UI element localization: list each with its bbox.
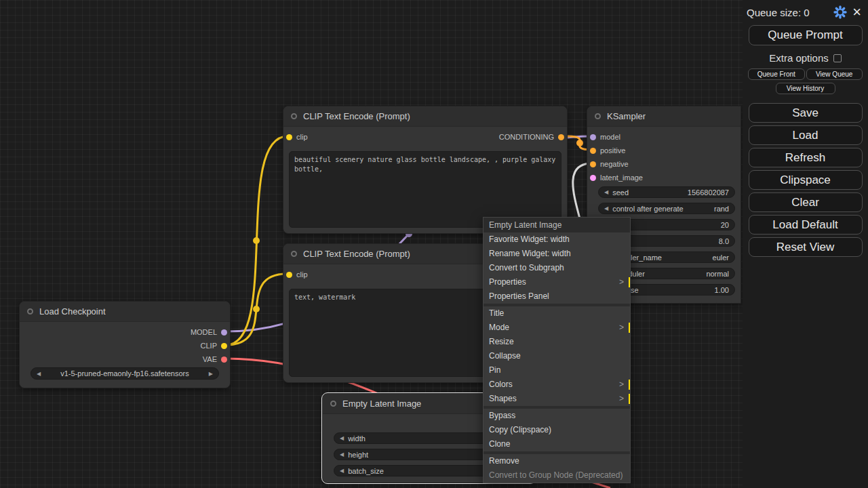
menu-item-label: Colors bbox=[489, 380, 513, 389]
model-port-icon[interactable] bbox=[221, 329, 227, 336]
menu-item-rename-widget[interactable]: Rename Widget: width bbox=[484, 247, 630, 261]
input-port-negative[interactable]: negative bbox=[590, 159, 629, 169]
node-title: CLIP Text Encode (Prompt) bbox=[303, 249, 410, 259]
output-port-model[interactable]: MODEL bbox=[191, 327, 227, 338]
clipspace-button[interactable]: Clipspace bbox=[749, 170, 863, 190]
queue-menu-panel: Queue size: 0 × Queue Prompt Extra optio… bbox=[743, 0, 868, 488]
submenu-tick bbox=[629, 380, 630, 390]
menu-item-remove[interactable]: Remove bbox=[484, 454, 630, 468]
submenu-arrow-icon: > bbox=[619, 321, 624, 335]
decrement-arrow-icon[interactable]: ◀ bbox=[340, 468, 344, 474]
submenu-tick bbox=[629, 323, 630, 333]
menu-item-shapes[interactable]: Shapes> bbox=[484, 392, 630, 406]
node-load-checkpoint[interactable]: Load Checkpoint MODEL CLIP VAE ◀ v1-5-pr… bbox=[19, 301, 231, 388]
queue-front-button[interactable]: Queue Front bbox=[748, 68, 805, 80]
refresh-button[interactable]: Refresh bbox=[749, 148, 863, 167]
menu-item-label: Collapse bbox=[489, 351, 521, 361]
model-port-icon[interactable] bbox=[590, 134, 596, 140]
menu-item-colors[interactable]: Colors> bbox=[484, 378, 630, 392]
load-default-button[interactable]: Load Default bbox=[749, 215, 863, 235]
link-dot bbox=[253, 306, 260, 312]
output-port-clip[interactable]: CLIP bbox=[201, 340, 227, 351]
menu-item-label: Mode bbox=[489, 323, 509, 332]
collapse-dot-icon[interactable] bbox=[330, 401, 336, 407]
port-label: latent_image bbox=[600, 174, 643, 182]
menu-item-title[interactable]: Title bbox=[484, 306, 630, 321]
menu-item-favorite-widget[interactable]: Favorite Widget: width bbox=[484, 232, 630, 247]
decrement-arrow-icon[interactable]: ◀ bbox=[340, 435, 344, 441]
clip-port-icon[interactable] bbox=[221, 343, 227, 349]
submenu-tick bbox=[629, 394, 630, 404]
load-button[interactable]: Load bbox=[749, 125, 863, 145]
conditioning-port-icon[interactable] bbox=[558, 134, 564, 140]
save-button[interactable]: Save bbox=[749, 103, 863, 123]
clip-port-icon[interactable] bbox=[286, 134, 292, 140]
input-port-model[interactable]: model bbox=[590, 131, 620, 142]
port-label: clip bbox=[296, 270, 308, 279]
collapse-dot-icon[interactable] bbox=[291, 251, 297, 257]
context-menu-header: Empty Latent Image bbox=[484, 218, 630, 232]
decrement-arrow-icon[interactable]: ◀ bbox=[604, 189, 608, 195]
output-port-vae[interactable]: VAE bbox=[203, 354, 227, 365]
port-label: clip bbox=[296, 133, 308, 141]
seed-widget[interactable]: ◀ seed 1566802087 bbox=[598, 186, 735, 198]
vae-port-icon[interactable] bbox=[221, 357, 227, 363]
node-title-bar[interactable]: Load Checkpoint bbox=[20, 302, 230, 322]
menu-item-label: Bypass bbox=[489, 411, 515, 420]
collapse-dot-icon[interactable] bbox=[595, 113, 601, 119]
menu-item-label: Title bbox=[489, 308, 504, 318]
extra-options-checkbox[interactable] bbox=[833, 54, 842, 62]
collapse-dot-icon[interactable] bbox=[27, 308, 33, 314]
settings-gear-icon[interactable] bbox=[833, 5, 847, 19]
node-title-bar[interactable]: KSampler bbox=[587, 106, 741, 127]
next-arrow-icon[interactable]: ▶ bbox=[209, 371, 213, 377]
node-title-bar[interactable]: CLIP Text Encode (Prompt) bbox=[283, 106, 567, 127]
conditioning-port-icon[interactable] bbox=[590, 148, 596, 154]
menu-item-mode[interactable]: Mode> bbox=[484, 321, 630, 335]
reset-view-button[interactable]: Reset View bbox=[749, 237, 863, 257]
port-label: model bbox=[600, 133, 620, 141]
menu-item-label: Copy (Clipspace) bbox=[489, 425, 551, 434]
menu-item-convert-to-subgraph[interactable]: Convert to Subgraph bbox=[484, 261, 630, 275]
port-label: CONDITIONING bbox=[499, 133, 554, 141]
menu-item-label: Properties bbox=[489, 277, 526, 287]
node-clip-text-encode-positive[interactable]: CLIP Text Encode (Prompt) clip CONDITION… bbox=[283, 106, 568, 234]
prev-arrow-icon[interactable]: ◀ bbox=[37, 371, 41, 377]
node-title: KSampler bbox=[607, 111, 646, 121]
queue-prompt-button[interactable]: Queue Prompt bbox=[749, 25, 863, 45]
clip-port-icon[interactable] bbox=[286, 272, 292, 278]
view-queue-button[interactable]: View Queue bbox=[806, 68, 863, 80]
menu-item-properties-panel[interactable]: Properties Panel bbox=[484, 289, 630, 304]
menu-item-resize[interactable]: Resize bbox=[484, 335, 630, 349]
input-port-clip[interactable]: clip bbox=[286, 131, 308, 142]
menu-item-convert-to-group-node[interactable]: Convert to Group Node (Deprecated) bbox=[484, 468, 630, 483]
menu-item-collapse[interactable]: Collapse bbox=[484, 349, 630, 363]
input-port-positive[interactable]: positive bbox=[590, 145, 625, 156]
menu-item-clone[interactable]: Clone bbox=[484, 437, 630, 451]
control-after-generate-widget[interactable]: ◀ control after generate rand bbox=[598, 203, 735, 214]
clear-button[interactable]: Clear bbox=[749, 192, 863, 212]
collapse-dot-icon[interactable] bbox=[291, 113, 297, 119]
menu-item-label: Properties Panel bbox=[489, 291, 549, 301]
port-label: negative bbox=[600, 160, 629, 168]
input-port-latent-image[interactable]: latent_image bbox=[590, 172, 643, 183]
latent-port-icon[interactable] bbox=[590, 175, 596, 181]
menu-item-label: Shapes bbox=[489, 394, 517, 403]
queue-size-label: Queue size: 0 bbox=[747, 7, 828, 18]
input-port-clip[interactable]: clip bbox=[286, 269, 308, 280]
menu-item-copy-clipspace[interactable]: Copy (Clipspace) bbox=[484, 423, 630, 437]
decrement-arrow-icon[interactable]: ◀ bbox=[340, 451, 344, 458]
menu-item-bypass[interactable]: Bypass bbox=[484, 409, 630, 423]
output-port-conditioning[interactable]: CONDITIONING bbox=[499, 131, 564, 142]
ckpt-name-widget[interactable]: ◀ v1-5-pruned-emaonly-fp16.safetensors ▶ bbox=[31, 367, 219, 380]
view-history-button[interactable]: View History bbox=[776, 83, 835, 94]
conditioning-port-icon[interactable] bbox=[590, 161, 596, 167]
port-label: VAE bbox=[203, 355, 217, 363]
comfyui-canvas[interactable]: CLIP Text Encode (Prompt) clip CONDITION… bbox=[0, 0, 868, 488]
decrement-arrow-icon[interactable]: ◀ bbox=[604, 205, 608, 211]
menu-item-properties[interactable]: Properties> bbox=[484, 275, 630, 289]
menu-item-label: Convert to Subgraph bbox=[489, 263, 564, 272]
menu-item-pin[interactable]: Pin bbox=[484, 363, 630, 378]
port-label: MODEL bbox=[191, 328, 217, 336]
close-icon[interactable]: × bbox=[852, 6, 861, 18]
